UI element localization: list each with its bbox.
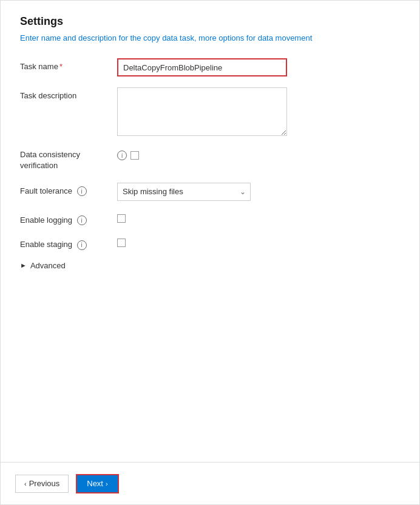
page-title: Settings (20, 15, 400, 28)
enable-staging-info-icon[interactable]: i (77, 240, 87, 250)
task-description-input[interactable] (117, 87, 287, 136)
advanced-chevron-icon: ► (20, 262, 27, 269)
data-consistency-label: Data consistency verification (20, 149, 117, 171)
previous-button[interactable]: ‹ Previous (15, 475, 69, 493)
fault-tolerance-info-icon[interactable]: i (77, 186, 87, 196)
enable-logging-info-icon[interactable]: i (77, 215, 87, 225)
task-description-label: Task description (20, 87, 117, 100)
enable-staging-label: Enable staging i (20, 236, 117, 250)
next-chevron-icon: › (106, 480, 108, 487)
enable-logging-checkbox[interactable] (117, 214, 126, 223)
fault-tolerance-select[interactable]: Skip missing files No fault tolerance Sk… (117, 183, 251, 201)
fault-tolerance-label: Fault tolerance i (20, 183, 117, 197)
task-name-input[interactable] (117, 58, 287, 76)
advanced-section[interactable]: ► Advanced (20, 261, 400, 270)
enable-staging-checkbox[interactable] (117, 239, 126, 247)
advanced-label: Advanced (30, 261, 66, 270)
data-consistency-info-icon[interactable]: i (117, 151, 127, 160)
next-button[interactable]: Next › (76, 474, 118, 493)
task-name-label: Task name* (20, 58, 117, 71)
enable-logging-label: Enable logging i (20, 212, 117, 226)
page-subtitle: Enter name and description for the copy … (20, 33, 400, 44)
footer: ‹ Previous Next › (1, 462, 419, 504)
data-consistency-checkbox[interactable] (130, 151, 139, 160)
previous-chevron-icon: ‹ (24, 480, 27, 487)
